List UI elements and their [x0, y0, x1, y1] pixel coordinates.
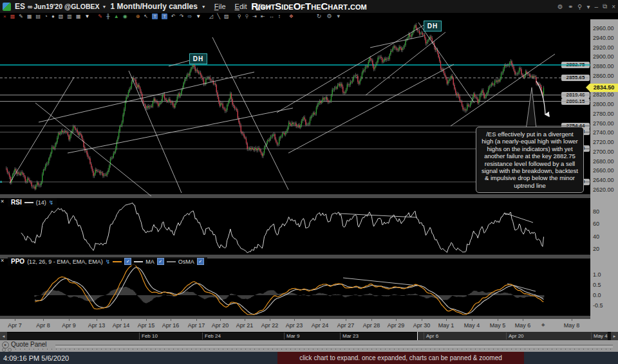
ruler-tool-icon[interactable]: ◿	[209, 14, 213, 19]
price-tick: 2880.00	[593, 63, 614, 69]
date-tick	[422, 319, 422, 321]
date-tick	[171, 319, 171, 321]
redo-icon[interactable]: ↷	[180, 14, 184, 19]
ppo-tick: 0.0	[593, 292, 601, 298]
scroll-left-button[interactable]: ◂	[0, 332, 7, 340]
price-tick: 2820.00	[593, 91, 614, 98]
ppo-pane-close-button[interactable]: ×	[1, 258, 6, 264]
cursor-tool-icon[interactable]: ↖	[144, 14, 148, 19]
date-label: Apr 7	[1, 322, 29, 329]
date-label: May 6	[509, 322, 537, 329]
multi-chart-icon[interactable]: ▦	[76, 14, 81, 19]
candle-style-icon[interactable]: ╫	[106, 14, 110, 19]
status-bar: 4:09:16 PM 5/6/2020 click chart to expan…	[0, 352, 618, 364]
price-tick: 2860.00	[593, 73, 614, 79]
rsi-line-sample	[24, 202, 33, 203]
undo-icon[interactable]: ↶	[171, 14, 176, 19]
settings-icon[interactable]: ⚙	[557, 3, 563, 10]
timeframe-dropdown-icon[interactable]: ▼	[201, 5, 206, 9]
minimize-icon[interactable]: –	[594, 3, 598, 10]
chart-type-dropdown-icon[interactable]: ▼	[84, 14, 89, 19]
symbol-dropdown-icon[interactable]: ▼	[102, 5, 107, 9]
shape-circle-icon[interactable]: ●	[52, 14, 55, 19]
close-icon[interactable]: ×	[612, 3, 615, 10]
rsi-pane[interactable]	[0, 198, 590, 255]
palette-icon[interactable]: ❖	[289, 14, 294, 19]
text-callout-icon[interactable]: T	[162, 14, 167, 19]
pan-horizontal-icon[interactable]: ↔	[269, 14, 274, 19]
price-tick: 2800.00	[593, 101, 614, 107]
quote-panel-label[interactable]: Quote Panel	[11, 341, 47, 348]
scrollbar-tick	[591, 332, 592, 340]
scrollbar-date-label: Apr 6	[426, 333, 438, 339]
image-tool-icon[interactable]: ▧	[59, 14, 64, 19]
menu-view[interactable]: View	[256, 3, 272, 10]
trendline-tool-icon[interactable]: ╲	[217, 14, 220, 19]
window-controls: ⚙⚭⚲▾–⧉×	[557, 0, 615, 13]
rsi-pane-close-button[interactable]: ×	[1, 199, 6, 205]
link-icon[interactable]: ⚭	[568, 3, 573, 10]
quick-dropdown-icon[interactable]: ▾	[337, 13, 340, 19]
date-label: May 4	[458, 322, 486, 329]
ppo-checkbox[interactable]: ✓	[124, 258, 131, 265]
timeframe-label[interactable]: 1 Month/Hourly candles	[110, 2, 197, 11]
ppo-pane[interactable]	[0, 259, 590, 316]
rsi-pointer-icon[interactable]: ↯	[49, 199, 54, 206]
zoom-out-icon[interactable]: ⚲	[245, 14, 248, 19]
symbol-label[interactable]: ES	[15, 2, 25, 11]
date-tick	[346, 319, 346, 321]
zoom-in-icon[interactable]: ⚲	[238, 14, 241, 19]
draw-pointer-icon[interactable]: ✎	[19, 14, 23, 19]
status-timestamp: 4:09:16 PM 5/6/2020	[3, 354, 69, 362]
close-workspace-icon[interactable]: ×	[3, 14, 6, 19]
price-tick: 2720.00	[593, 139, 614, 145]
date-tick	[245, 319, 245, 321]
price-tick: 2920.00	[593, 44, 614, 51]
divergent-high-label[interactable]: DH	[424, 21, 442, 32]
level-price-tag: 2806.15	[561, 98, 590, 105]
step-forward-icon[interactable]: ⇥	[252, 14, 257, 19]
grid-layout-icon[interactable]: ▦	[27, 14, 32, 19]
pin-dropdown-icon[interactable]: ▾	[586, 3, 590, 10]
scroll-right-button[interactable]: ▸	[611, 332, 618, 340]
indicator-dot-icon[interactable]: ◉	[123, 14, 127, 19]
text-note-icon[interactable]: T	[152, 14, 158, 19]
divergent-high-label[interactable]: DH	[189, 53, 207, 64]
snapshot-icon[interactable]: ▥	[67, 14, 72, 19]
annotation-callout[interactable]: /ES effectively put in a divergent high …	[476, 127, 584, 193]
ppo-osma-checkbox[interactable]: ✓	[197, 258, 204, 265]
price-tick: 2780.00	[593, 111, 614, 117]
pan-vertical-icon[interactable]: ↕	[278, 14, 281, 19]
date-tick	[294, 319, 295, 321]
date-label: Apr 21	[230, 322, 259, 329]
price-tick: 2680.00	[593, 158, 614, 165]
ppo-ma-checkbox[interactable]: ✓	[157, 258, 164, 265]
pan-hand-icon[interactable]: ▤	[36, 14, 41, 19]
area-style-icon[interactable]: ▲	[114, 14, 119, 19]
date-label: Apr 14	[107, 322, 135, 329]
status-hint: click chart to expand. once expanded, ch…	[277, 352, 524, 364]
date-tick	[472, 319, 473, 321]
rsi-tick: 60	[593, 221, 599, 227]
hatch-tool-icon[interactable]: ▨	[224, 14, 229, 19]
restore-icon[interactable]: ⧉	[603, 3, 607, 10]
ppo-pointer-icon[interactable]: ↯	[106, 259, 111, 265]
share-forward-icon[interactable]: ⇨	[187, 14, 192, 19]
date-tick	[523, 319, 523, 321]
pin-icon[interactable]: ⚲	[577, 3, 582, 10]
refresh-icon[interactable]: ↻	[317, 13, 322, 19]
contract-label[interactable]: Jun19'20 @GLOBEX	[34, 3, 100, 10]
ppo-tick: 0.5	[593, 282, 601, 288]
scrollbar-tick	[340, 332, 341, 340]
menu-edit[interactable]: Edit	[235, 3, 247, 10]
crosshair-icon[interactable]: ⊕	[136, 14, 140, 19]
tools-icon[interactable]: ⚙	[326, 13, 332, 19]
pie-tool-icon[interactable]: ◔	[44, 14, 48, 19]
step-back-icon[interactable]: ⇤	[261, 14, 265, 19]
quote-panel-grip[interactable]	[15, 349, 614, 350]
filter-dropdown-icon[interactable]: ▼	[196, 14, 201, 19]
select-region-icon[interactable]: ▩	[10, 14, 15, 19]
rsi-tick: 40	[593, 233, 599, 240]
menu-file[interactable]: File	[214, 3, 226, 10]
annotate-pencil-icon[interactable]: ✎	[98, 14, 102, 19]
